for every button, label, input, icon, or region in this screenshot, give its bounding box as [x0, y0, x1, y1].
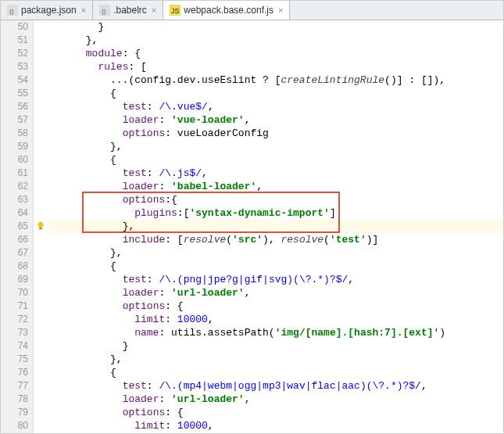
- tab-label: package.json: [21, 5, 77, 16]
- token: loader: [123, 114, 159, 126]
- line-number: 72: [1, 313, 28, 326]
- line-number: 58: [1, 127, 28, 140]
- code-line[interactable]: include: [resolve('src'), resolve('test'…: [49, 233, 503, 246]
- token: test: [123, 380, 147, 392]
- token: ,: [245, 114, 251, 126]
- code-line[interactable]: options:{: [49, 193, 503, 206]
- code-line[interactable]: plugins:['syntax-dynamic-import']: [49, 206, 503, 220]
- token: : utils.assetsPath(: [159, 327, 274, 339]
- line-number: 75: [1, 353, 28, 366]
- line-number: 63: [1, 193, 28, 206]
- code-line[interactable]: },: [49, 34, 503, 47]
- code-line[interactable]: rules: [: [49, 60, 503, 74]
- code-line[interactable]: test: /\.vue$/,: [49, 100, 503, 113]
- code-line[interactable]: {: [49, 260, 503, 273]
- token: ): [439, 327, 445, 339]
- code-line[interactable]: options: vueLoaderConfig: [49, 127, 503, 140]
- code-line[interactable]: ...(config.dev.useEslint ? [createLintin…: [49, 74, 503, 87]
- token: test: [123, 274, 147, 285]
- code-editor[interactable]: 5051525354555657585960616263646566676869…: [1, 20, 503, 433]
- line-number: 79: [1, 406, 28, 419]
- js-file-icon: JS: [170, 5, 181, 16]
- line-number: 78: [1, 393, 28, 406]
- token: {: [110, 154, 116, 166]
- code-line[interactable]: {: [49, 153, 503, 167]
- code-line[interactable]: module: {: [49, 47, 503, 60]
- code-line[interactable]: }: [49, 20, 503, 34]
- code-line[interactable]: loader: 'url-loader',: [49, 286, 503, 299]
- code-line[interactable]: test: /\.(mp4|webm|ogg|mp3|wav|flac|aac)…: [49, 379, 503, 393]
- code-line[interactable]: loader: 'babel-loader',: [49, 180, 503, 193]
- tab-package-json[interactable]: {}package.json×: [1, 1, 93, 20]
- line-number: 55: [1, 87, 28, 100]
- code-line[interactable]: loader: 'url-loader',: [49, 393, 503, 406]
- token: options: [123, 300, 166, 312]
- token: ()] : []),: [384, 74, 445, 86]
- line-number: 59: [1, 140, 28, 153]
- token: 'img/[name].[hash:7].[ext]': [275, 327, 440, 339]
- code-line[interactable]: name: utils.assetsPath('img/[name].[hash…: [49, 326, 503, 339]
- token: :: [165, 314, 177, 325]
- line-number: 50: [1, 20, 28, 34]
- line-number: 77: [1, 379, 28, 393]
- token: plugins: [134, 207, 177, 219]
- svg-rect-7: [39, 228, 42, 230]
- code-line[interactable]: },: [49, 353, 503, 366]
- close-icon[interactable]: ×: [278, 5, 283, 15]
- code-line[interactable]: },: [49, 220, 503, 233]
- token: 'syntax-dynamic-import': [189, 207, 329, 219]
- line-number: 52: [1, 47, 28, 60]
- tab-webpack-base-conf-js[interactable]: JSwebpack.base.conf.js×: [163, 1, 290, 20]
- close-icon[interactable]: ×: [152, 5, 156, 15]
- line-number: 57: [1, 113, 28, 127]
- svg-point-6: [38, 222, 44, 228]
- token: )]: [366, 234, 379, 246]
- svg-text:JS: JS: [171, 7, 180, 15]
- json-file-icon: {}: [7, 5, 18, 16]
- token: }: [98, 21, 104, 33]
- token: limit: [134, 420, 165, 432]
- code-line[interactable]: },: [49, 246, 503, 260]
- code-line[interactable]: loader: 'vue-loader',: [49, 113, 503, 127]
- token: test: [123, 101, 147, 113]
- token: 'babel-loader': [171, 181, 256, 192]
- code-line[interactable]: options: {: [49, 299, 503, 313]
- code-line[interactable]: test: /\.js$/,: [49, 167, 503, 180]
- token: ]: [330, 207, 336, 219]
- token: ,: [208, 420, 214, 432]
- token: :{: [165, 194, 177, 206]
- line-number: 71: [1, 299, 28, 313]
- line-number: 69: [1, 273, 28, 286]
- code-area[interactable]: } }, module: { rules: [ ...(config.dev.u…: [48, 20, 503, 433]
- line-number: 64: [1, 206, 28, 220]
- code-line[interactable]: {: [49, 87, 503, 100]
- token: ,: [245, 393, 251, 405]
- token: : vueLoaderConfig: [165, 127, 269, 139]
- token: ,: [202, 167, 208, 179]
- code-line[interactable]: limit: 10000,: [49, 419, 503, 432]
- tab--babelrc[interactable]: {}.babelrc×: [93, 1, 163, 20]
- svg-text:{}: {}: [102, 8, 106, 15]
- token: :: [147, 101, 159, 113]
- token: :: [147, 167, 159, 179]
- code-line[interactable]: test: /\.(png|jpe?g|gif|svg)(\?.*)?$/,: [49, 273, 503, 286]
- code-line[interactable]: },: [49, 140, 503, 153]
- intention-bulb-icon[interactable]: [35, 221, 46, 231]
- code-line[interactable]: {: [49, 366, 503, 379]
- token: limit: [134, 314, 165, 325]
- token: 'url-loader': [171, 287, 245, 299]
- token: :: [159, 181, 171, 192]
- json-file-icon: {}: [99, 5, 110, 16]
- code-line[interactable]: limit: 10000,: [49, 313, 503, 326]
- token: {: [110, 260, 116, 272]
- code-line[interactable]: options: {: [49, 406, 503, 419]
- close-icon[interactable]: ×: [81, 5, 86, 15]
- line-gutter: 5051525354555657585960616263646566676869…: [1, 20, 34, 433]
- token: 10000: [177, 314, 208, 325]
- code-line[interactable]: }: [49, 339, 503, 353]
- token: : [: [128, 61, 146, 73]
- token: createLintingRule: [281, 74, 384, 86]
- token: :: [147, 380, 159, 392]
- token: :: [159, 393, 171, 405]
- token: 'vue-loader': [171, 114, 245, 126]
